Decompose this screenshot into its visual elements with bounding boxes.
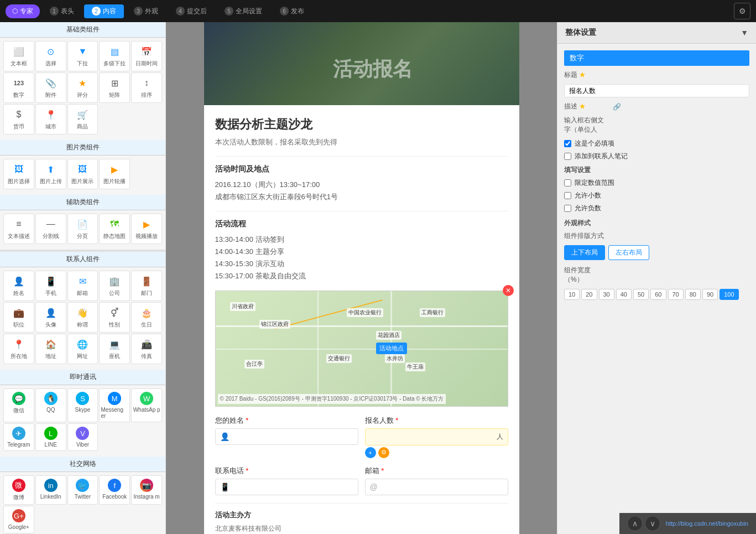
- comp-telegram[interactable]: ✈ Telegram: [3, 423, 34, 451]
- comp-facebook[interactable]: f Facebook: [99, 475, 130, 505]
- comp-city[interactable]: 📍 城市: [35, 104, 66, 134]
- comp-google[interactable]: G+ Google+: [3, 506, 34, 533]
- comp-viber[interactable]: V Viber: [67, 423, 98, 451]
- rating-icon: ★: [76, 76, 89, 90]
- name-icon: 👤: [12, 274, 25, 288]
- comp-name[interactable]: 👤 姓名: [3, 271, 34, 301]
- comp-multilevel[interactable]: ▤ 多级下拉: [99, 41, 130, 71]
- comp-website[interactable]: 🌐 网址: [67, 334, 98, 364]
- comp-imgselect[interactable]: 🖼 图片选择: [3, 159, 34, 189]
- width-btn-90[interactable]: 90: [702, 289, 718, 300]
- nav-step-3[interactable]: 3 外观: [126, 4, 166, 18]
- field-count-input[interactable]: 人: [365, 428, 508, 445]
- comp-divider[interactable]: — 分割线: [35, 214, 66, 244]
- comp-avatar[interactable]: 👤 头像: [35, 302, 66, 333]
- comp-textdesc[interactable]: ≡ 文本描述: [3, 214, 34, 244]
- width-btn-60[interactable]: 60: [650, 289, 666, 300]
- comp-line[interactable]: L LINE: [35, 423, 66, 451]
- comp-address[interactable]: 🏠 地址: [35, 334, 66, 364]
- bottom-up-btn[interactable]: ∧: [627, 516, 643, 531]
- comp-whatsapp[interactable]: W WhatsAp p: [131, 388, 162, 422]
- checkbox-required[interactable]: [564, 140, 571, 147]
- comp-fax[interactable]: 📠 传真: [131, 334, 162, 364]
- nav-step-2[interactable]: 2 内容: [84, 4, 124, 18]
- field-email-input[interactable]: @: [365, 479, 508, 495]
- width-btn-50[interactable]: 50: [633, 289, 649, 300]
- comp-select[interactable]: ⊙ 选择: [35, 41, 66, 71]
- comp-position[interactable]: 💼 职位: [3, 302, 34, 333]
- comp-dropdown[interactable]: ▼ 下拉: [67, 41, 98, 71]
- comp-currency[interactable]: $ 货币: [3, 104, 34, 134]
- comp-linkedin[interactable]: in LinkedIn: [35, 475, 66, 505]
- nav-step-5[interactable]: 5 全局设置: [217, 4, 270, 18]
- comp-weibo[interactable]: 微 微博: [3, 475, 34, 505]
- checkbox-contact[interactable]: [564, 153, 571, 160]
- settings-icon-btn[interactable]: ⚙: [734, 3, 750, 19]
- comp-rating[interactable]: ★ 评分: [67, 72, 98, 103]
- website-icon: 🌐: [76, 338, 89, 351]
- width-btn-30[interactable]: 30: [599, 289, 614, 300]
- comp-number[interactable]: 123 数字: [3, 72, 34, 103]
- nav-step-6[interactable]: 6 发布: [272, 4, 312, 18]
- comp-attachment[interactable]: 📎 附件: [35, 72, 66, 103]
- comp-twitter[interactable]: 🐦 Twitter: [67, 475, 98, 505]
- comp-staticmap[interactable]: 🗺 静态地图: [99, 214, 130, 244]
- width-btn-80[interactable]: 80: [685, 289, 701, 300]
- social-components-section: 社交网络 微 微博 in LinkedIn 🐦 Twitter f Facebo…: [0, 457, 165, 534]
- comp-instagram[interactable]: 📷 Instagra m: [131, 475, 162, 505]
- comp-messenger[interactable]: M Messeng er: [99, 388, 130, 422]
- checkbox-range[interactable]: [564, 179, 571, 186]
- checkbox-decimal[interactable]: [564, 192, 571, 199]
- comp-skype[interactable]: S Skype: [67, 388, 98, 422]
- width-btn-70[interactable]: 70: [668, 289, 684, 300]
- step-2-label: 内容: [103, 7, 116, 16]
- expert-tab[interactable]: ⬡ 专家: [6, 4, 40, 18]
- checkbox-negative[interactable]: [564, 205, 571, 212]
- map-close-button[interactable]: ✕: [503, 285, 514, 296]
- comp-location[interactable]: 📍 所在地: [3, 334, 34, 364]
- comp-email[interactable]: ✉ 邮箱: [67, 271, 98, 301]
- nav-step-4[interactable]: 4 提交后: [168, 4, 215, 18]
- comp-dept[interactable]: 🚪 邮门: [131, 271, 162, 301]
- comp-goods[interactable]: 🛒 商品: [67, 104, 98, 134]
- comp-matrix[interactable]: ⊞ 矩阵: [99, 72, 130, 103]
- comp-imgslide[interactable]: ▶ 图片轮播: [99, 159, 130, 189]
- comp-imgshow[interactable]: 🖼 图片展示: [67, 159, 98, 189]
- comp-sort[interactable]: ↕ 排序: [131, 72, 162, 103]
- field-count-add-btn[interactable]: +: [365, 447, 376, 458]
- comp-datetime[interactable]: 📅 日期时间: [131, 41, 162, 71]
- width-btn-100[interactable]: 100: [719, 289, 738, 300]
- checkbox-negative-label: 允许负数: [575, 204, 601, 213]
- field-count-settings-btn[interactable]: ⚙: [378, 447, 389, 458]
- comp-mobile[interactable]: 📱 手机: [35, 271, 66, 301]
- desc-link-icon[interactable]: 🔗: [613, 103, 621, 111]
- comp-salutation[interactable]: 👋 称谓: [67, 302, 98, 333]
- comp-birthday[interactable]: 🎂 生日: [131, 302, 162, 333]
- comp-phone[interactable]: 💻 座机: [99, 334, 130, 364]
- field-count-actions: + ⚙: [365, 447, 508, 458]
- comp-company[interactable]: 🏢 公司: [99, 271, 130, 301]
- layout-horizontal-btn[interactable]: 左右布局: [608, 245, 649, 260]
- settings-number-label: 数字: [564, 50, 749, 66]
- messenger-icon: M: [108, 392, 121, 405]
- layout-vertical-btn[interactable]: 上下布局: [564, 245, 605, 260]
- panel-chevron-icon[interactable]: ▼: [741, 28, 748, 37]
- comp-textbox[interactable]: ⬜ 文本框: [3, 41, 34, 71]
- field-phone-input[interactable]: 📱: [215, 479, 358, 495]
- field-label-input[interactable]: [564, 84, 749, 97]
- comp-page[interactable]: 📄 分页: [67, 214, 98, 244]
- step-3-num: 3: [134, 7, 143, 15]
- width-btn-10[interactable]: 10: [564, 289, 580, 300]
- nav-step-1[interactable]: 1 表头: [42, 4, 82, 18]
- field-name-input[interactable]: 👤: [215, 428, 358, 445]
- bottom-down-btn[interactable]: ∨: [645, 516, 660, 531]
- width-btn-20[interactable]: 20: [581, 289, 597, 300]
- comp-qq[interactable]: 🐧 QQ: [35, 388, 66, 422]
- comp-video[interactable]: ▶ 视频播放: [131, 214, 162, 244]
- comp-gender[interactable]: ⚥ 性别: [99, 302, 130, 333]
- width-btn-40[interactable]: 40: [616, 289, 632, 300]
- field-count: 报名人数 * 人 + ⚙: [365, 416, 508, 458]
- comp-textbox-label: 文本框: [11, 60, 27, 68]
- comp-wechat[interactable]: 💬 微信: [3, 388, 34, 422]
- comp-imgupload[interactable]: ⬆ 图片上传: [35, 159, 66, 189]
